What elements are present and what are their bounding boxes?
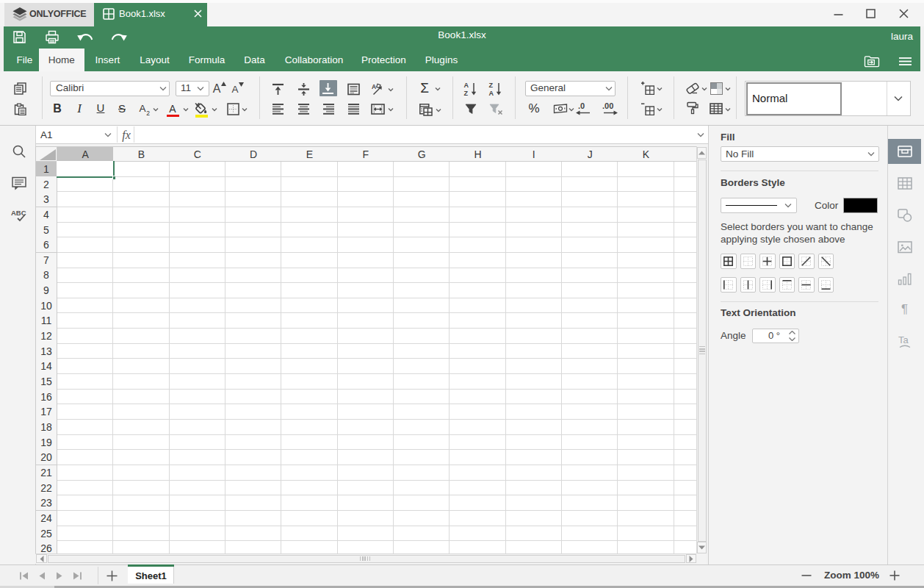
- svg-text:Ta: Ta: [898, 334, 909, 345]
- svg-text:.0: .0: [578, 102, 585, 110]
- svg-text:Z: Z: [464, 89, 469, 96]
- svg-text:.00: .00: [602, 102, 613, 110]
- svg-text:A: A: [464, 82, 469, 89]
- svg-text:A: A: [489, 89, 494, 96]
- svg-text:Z: Z: [489, 82, 494, 89]
